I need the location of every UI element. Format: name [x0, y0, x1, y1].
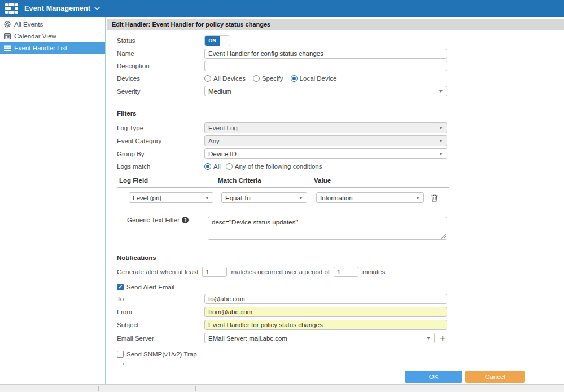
- match-criteria-select-value: Equal To: [225, 195, 251, 201]
- ok-button[interactable]: OK: [405, 371, 462, 383]
- cancel-button[interactable]: Cancel: [465, 371, 525, 383]
- strip-divider: [98, 386, 99, 391]
- name-label: Name: [117, 50, 204, 57]
- radio-icon: [204, 75, 211, 82]
- help-icon[interactable]: ?: [182, 217, 189, 223]
- value-column-header: Value: [314, 177, 399, 184]
- app-title[interactable]: Event Management: [24, 5, 90, 12]
- main-content: Edit Handler: Event Handler for policy s…: [107, 17, 564, 384]
- devices-option-label: Specify: [262, 75, 283, 82]
- chevron-down-icon[interactable]: [94, 7, 100, 10]
- severity-select-value: Medium: [208, 88, 231, 95]
- match-criteria-column-header: Match Criteria: [218, 177, 314, 184]
- calendar-icon: [4, 33, 11, 39]
- severity-select[interactable]: Medium: [204, 86, 447, 96]
- section-divider: [117, 104, 447, 104]
- rule-table-divider: [117, 187, 449, 188]
- all-events-icon: [4, 21, 11, 28]
- generate-alert-row: Generate alert when at least matches occ…: [117, 267, 564, 277]
- list-icon: [4, 45, 11, 51]
- logs-match-option-any[interactable]: Any of the following conditions: [226, 163, 322, 170]
- alert-period-input[interactable]: [334, 267, 358, 277]
- logs-match-label: Logs match: [117, 163, 204, 170]
- alert-text-part1: Generate alert when at least: [117, 268, 198, 275]
- sidebar-item-label: All Events: [14, 21, 43, 28]
- bottom-status-strip: [0, 384, 564, 392]
- notifications-heading: Notifications: [117, 254, 564, 261]
- devices-label: Devices: [117, 75, 204, 82]
- status-label: Status: [117, 37, 204, 44]
- send-alert-email-checkbox-row[interactable]: Send Alert Email: [117, 284, 564, 290]
- alert-count-input[interactable]: [202, 267, 227, 277]
- sidebar-item-label: Event Handler List: [14, 45, 67, 51]
- email-server-select[interactable]: EMail Server: mail.abc.com: [204, 333, 435, 343]
- rule-table-header: Log Field Match Criteria Value: [117, 177, 564, 184]
- sidebar-item-calendar-view[interactable]: Calendar View: [0, 30, 105, 42]
- generic-text-filter-label: Generic Text Filter: [127, 217, 180, 223]
- subject-label: Subject: [117, 321, 204, 328]
- logs-match-option-all[interactable]: All: [204, 163, 221, 170]
- devices-option-label: All Devices: [213, 75, 246, 82]
- form-footer: OK Cancel: [107, 369, 564, 384]
- radio-checked-icon: [291, 75, 298, 82]
- devices-option-label: Local Device: [300, 75, 337, 82]
- value-select-value: Information: [320, 195, 353, 201]
- checkbox-icon: [117, 351, 124, 358]
- group-by-select[interactable]: Device ID: [204, 148, 447, 159]
- to-label: To: [117, 296, 204, 302]
- generic-text-filter-row: Generic Text Filter ? desc="Device statu…: [117, 217, 564, 240]
- generic-text-filter-textarea[interactable]: desc="Device status updates": [208, 217, 447, 240]
- match-criteria-select[interactable]: Equal To: [221, 192, 307, 203]
- description-label: Description: [117, 63, 204, 69]
- delete-rule-button[interactable]: [431, 194, 438, 202]
- sidebar: All Events Calendar View: [0, 17, 106, 384]
- add-email-server-button[interactable]: +: [440, 334, 446, 342]
- fortinet-logo-icon: [5, 3, 18, 14]
- status-toggle[interactable]: ON: [204, 35, 230, 46]
- sidebar-item-all-events[interactable]: All Events: [0, 19, 105, 30]
- event-category-label: Event Category: [117, 138, 204, 144]
- event-category-select-value: Any: [208, 138, 220, 144]
- send-snmp-label: Send SNMP(v1/v2) Trap: [126, 351, 197, 358]
- strip-divider: [195, 386, 196, 391]
- top-bar: Event Management: [0, 0, 564, 17]
- send-alert-email-label: Send Alert Email: [126, 284, 174, 290]
- description-input[interactable]: [204, 61, 447, 71]
- checkbox-partial-icon[interactable]: [117, 363, 124, 365]
- event-management-app: Event Management All Events: [0, 0, 564, 392]
- status-toggle-knob: [220, 36, 230, 46]
- logs-match-option-label: All: [213, 163, 221, 170]
- email-server-label: Email Server: [117, 335, 204, 342]
- sidebar-item-event-handler-list[interactable]: Event Handler List: [0, 42, 105, 54]
- radio-icon: [253, 75, 260, 82]
- email-server-select-value: EMail Server: mail.abc.com: [208, 335, 287, 342]
- devices-option-specify[interactable]: Specify: [253, 75, 283, 82]
- page-title: Edit Handler: Event Handler for policy s…: [107, 19, 564, 30]
- group-by-select-value: Device ID: [208, 151, 237, 157]
- from-input[interactable]: [204, 307, 447, 317]
- severity-label: Severity: [117, 88, 204, 95]
- value-select[interactable]: Information: [316, 192, 424, 203]
- rule-row: Level (pri) Equal To Information: [129, 192, 564, 203]
- event-category-select[interactable]: Any: [204, 135, 447, 146]
- trash-icon: [431, 194, 438, 202]
- send-snmp-checkbox-row[interactable]: Send SNMP(v1/v2) Trap: [117, 351, 564, 358]
- resize-handle[interactable]: [441, 234, 446, 239]
- alert-text-part3: minutes: [362, 268, 385, 275]
- log-field-select-value: Level (pri): [133, 195, 161, 201]
- log-field-column-header: Log Field: [119, 177, 218, 184]
- group-by-label: Group By: [117, 151, 204, 157]
- log-type-select[interactable]: Event Log: [204, 122, 447, 133]
- devices-option-all-devices[interactable]: All Devices: [204, 75, 246, 82]
- to-input[interactable]: [204, 294, 447, 304]
- log-type-select-value: Event Log: [208, 125, 238, 131]
- subject-input[interactable]: [204, 320, 447, 330]
- logs-match-option-label: Any of the following conditions: [235, 163, 322, 170]
- name-input[interactable]: [204, 49, 447, 59]
- radio-checked-icon: [204, 163, 211, 170]
- sidebar-item-label: Calendar View: [14, 33, 56, 39]
- log-field-select[interactable]: Level (pri): [129, 192, 213, 203]
- devices-option-local-device[interactable]: Local Device: [291, 75, 337, 82]
- checkbox-checked-icon: [117, 284, 124, 290]
- radio-icon: [226, 163, 233, 170]
